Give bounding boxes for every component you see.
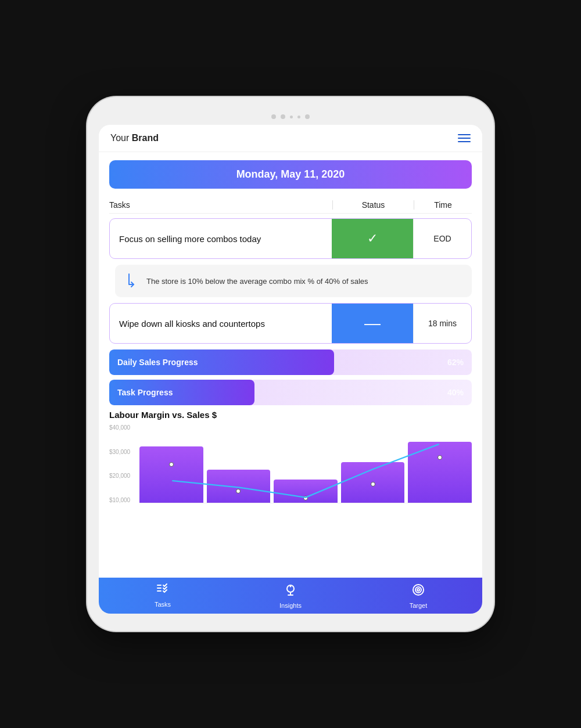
table-header: Tasks Status Time bbox=[109, 197, 472, 214]
chart-area: $40,000 $30,000 $20,000 $10,000 bbox=[109, 424, 472, 517]
svg-point-9 bbox=[417, 589, 419, 591]
task-progress-percent: 40% bbox=[447, 388, 464, 397]
chart-y-labels: $40,000 $30,000 $20,000 $10,000 bbox=[109, 424, 134, 503]
chart-dot-4 bbox=[371, 482, 375, 486]
task-time-2: 18 mins bbox=[413, 304, 471, 343]
chart-y-label-4: $10,000 bbox=[109, 497, 130, 503]
hamburger-line-1 bbox=[458, 134, 471, 135]
chart-bars-area bbox=[139, 424, 472, 503]
insights-nav-label: Insights bbox=[279, 602, 302, 609]
tablet-dot-1 bbox=[271, 114, 276, 119]
chart-bar-5 bbox=[408, 442, 472, 503]
brand-name-regular: Your bbox=[110, 133, 132, 143]
brand-name-bold: Brand bbox=[132, 133, 159, 143]
target-nav-icon bbox=[412, 583, 425, 600]
sales-progress-percent: 62% bbox=[447, 358, 464, 367]
task-progress-bar: Task Progress 40% bbox=[109, 380, 472, 405]
hamburger-button[interactable] bbox=[458, 134, 471, 142]
sales-progress-label: Daily Sales Progress bbox=[117, 358, 198, 367]
th-status: Status bbox=[332, 200, 414, 210]
task-status-2[interactable]: — bbox=[332, 304, 413, 343]
chart-section: Labour Margin vs. Sales $ $40,000 $30,00… bbox=[109, 410, 472, 517]
checkmark-icon: ✓ bbox=[367, 231, 378, 246]
svg-rect-0 bbox=[157, 585, 162, 586]
task-row-2[interactable]: Wipe down all kiosks and countertops — 1… bbox=[109, 303, 472, 344]
tablet-dot-5 bbox=[305, 114, 310, 119]
chart-bar-4 bbox=[341, 462, 405, 503]
chart-dot-5 bbox=[437, 455, 442, 460]
chart-y-label-3: $20,000 bbox=[109, 473, 130, 479]
tablet-frame: Your Brand Monday, May 11, 2020 Tasks St… bbox=[87, 97, 494, 631]
sales-progress-fill: Daily Sales Progress bbox=[109, 349, 334, 375]
task-status-1[interactable]: ✓ bbox=[332, 219, 413, 258]
tablet-dot-4 bbox=[297, 116, 300, 118]
th-time: Time bbox=[414, 200, 472, 210]
task-progress-section: Task Progress 40% bbox=[109, 380, 472, 405]
app-header: Your Brand bbox=[99, 125, 482, 152]
th-tasks: Tasks bbox=[109, 200, 332, 210]
daily-sales-progress-section: Daily Sales Progress 62% bbox=[109, 349, 472, 375]
task-label-1: Focus on selling more combos today bbox=[110, 219, 332, 258]
chart-title: Labour Margin vs. Sales $ bbox=[109, 410, 472, 420]
daily-sales-progress-bar: Daily Sales Progress 62% bbox=[109, 349, 472, 375]
insights-nav-icon bbox=[284, 583, 297, 600]
tablet-top-bar bbox=[99, 114, 482, 119]
target-nav-label: Target bbox=[410, 602, 428, 609]
chart-dot-2 bbox=[236, 489, 241, 493]
chart-dot-1 bbox=[169, 462, 174, 467]
main-content: Monday, May 11, 2020 Tasks Status Time F… bbox=[99, 152, 482, 578]
tasks-nav-label: Tasks bbox=[155, 601, 171, 608]
brand-logo: Your Brand bbox=[110, 133, 159, 143]
nav-item-insights[interactable]: Insights bbox=[227, 583, 354, 609]
nav-item-tasks[interactable]: Tasks bbox=[99, 583, 227, 609]
annotation-row: The store is 10% below the average combo… bbox=[115, 265, 472, 297]
chart-bar-1 bbox=[139, 446, 203, 503]
svg-rect-1 bbox=[157, 588, 162, 589]
task-time-1: EOD bbox=[413, 219, 471, 258]
svg-point-8 bbox=[415, 587, 421, 593]
chart-bar-3 bbox=[274, 480, 338, 503]
dash-icon: — bbox=[364, 315, 381, 331]
task-progress-fill: Task Progress bbox=[109, 380, 254, 405]
tablet-dot-3 bbox=[290, 116, 293, 118]
annotation-text: The store is 10% below the average combo… bbox=[146, 277, 368, 286]
hamburger-line-2 bbox=[458, 138, 471, 139]
task-progress-label: Task Progress bbox=[117, 388, 173, 397]
tasks-nav-icon bbox=[156, 583, 170, 599]
chart-y-label-2: $30,000 bbox=[109, 449, 130, 455]
task-label-2: Wipe down all kiosks and countertops bbox=[110, 304, 332, 343]
annotation-arrow-icon bbox=[124, 273, 138, 289]
nav-item-target[interactable]: Target bbox=[354, 583, 482, 609]
chart-y-label-1: $40,000 bbox=[109, 424, 130, 431]
tablet-screen: Your Brand Monday, May 11, 2020 Tasks St… bbox=[99, 125, 482, 614]
hamburger-line-3 bbox=[458, 141, 471, 142]
svg-point-7 bbox=[413, 585, 424, 595]
svg-rect-2 bbox=[157, 590, 162, 592]
tablet-dot-2 bbox=[281, 114, 285, 119]
chart-dot-3 bbox=[303, 496, 308, 500]
chart-bar-2 bbox=[207, 470, 271, 503]
bottom-nav: Tasks Insights bbox=[99, 578, 482, 614]
task-row-1[interactable]: Focus on selling more combos today ✓ EOD bbox=[109, 218, 472, 259]
date-banner: Monday, May 11, 2020 bbox=[109, 160, 472, 189]
